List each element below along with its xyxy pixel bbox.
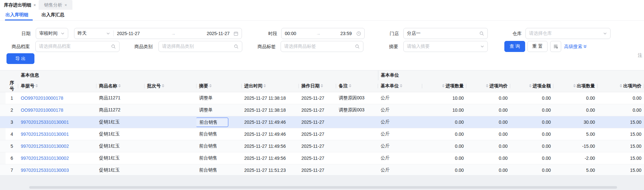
filter-row-1: 日期 审核时间 昨天 2025-11-27 → 2025-11-27 时段 00… <box>0 28 644 39</box>
cell-in_price: 0.00 <box>466 164 510 176</box>
double-chevron-down-icon <box>583 44 587 48</box>
cell-doc_no: 9970201253310130002 <box>18 152 96 164</box>
column-header-out_price[interactable]: 出项均价 <box>598 80 644 92</box>
window-tab-inventory-detail[interactable]: 库存进出明细× <box>0 0 40 10</box>
sort-icon[interactable] <box>162 84 164 87</box>
table-row[interactable]: 59970201253310130002促销1红玉前台销售2025-11-27 … <box>0 140 644 152</box>
doc-number-link[interactable]: 9970201253310130002 <box>21 144 69 149</box>
time-start-value[interactable]: 00:00 <box>285 31 296 36</box>
window-tab-sales-analysis[interactable]: 销售分析× <box>39 0 72 10</box>
time-label: 时段 <box>268 28 277 39</box>
table-row[interactable]: 1OO99702010000178商品11271调整单2025-11-27 11… <box>0 92 644 104</box>
date-start-value[interactable]: 2025-11-27 <box>117 31 140 36</box>
close-icon[interactable]: × <box>33 3 36 7</box>
filter-settings-button[interactable] <box>550 41 561 52</box>
sort-icon[interactable] <box>400 84 402 87</box>
cell-remark <box>336 128 378 140</box>
column-header-doc_no[interactable]: 单据号 <box>18 80 96 92</box>
focused-cell[interactable]: 前台销售 <box>196 118 228 127</box>
table-row[interactable]: 49970201253310130001促销1红玉前台销售2025-11-27 … <box>0 128 644 140</box>
group-header-basic-info: 基本信息 <box>18 70 378 80</box>
table-row[interactable]: 2OO99702010000178商品11272调整单2025-11-27 11… <box>0 104 644 116</box>
table-row[interactable]: 79970201253310130003促销1红玉前台销售2025-11-27 … <box>0 164 644 176</box>
category-select[interactable]: 请选择商品类别 <box>158 41 242 52</box>
cell-base_unit: 公斤 <box>378 128 422 140</box>
column-header-in_qty[interactable]: 进项数量 <box>422 80 466 92</box>
close-icon[interactable]: × <box>65 3 67 7</box>
column-header-base_unit[interactable]: 基本单位 <box>378 80 422 92</box>
date-type-select[interactable]: 审核时间 <box>36 28 68 39</box>
horizontal-scrollbar[interactable] <box>29 186 617 189</box>
time-end-value[interactable]: 23:59 <box>340 31 352 36</box>
doc-number-link[interactable]: OO99702010000178 <box>21 95 63 101</box>
doc-number-link[interactable]: 9970201253310130002 <box>21 156 69 161</box>
product-select[interactable]: 请选择商品档案 <box>35 41 120 52</box>
warehouse-select[interactable]: 请选择仓库 <box>525 28 611 39</box>
row-gutter <box>0 140 6 152</box>
doc-number-link[interactable]: OO99702010000178 <box>21 108 63 113</box>
sort-icon[interactable] <box>321 84 323 87</box>
table-row[interactable]: 69970201253310130002促销1红玉前台销售2025-11-27 … <box>0 152 644 164</box>
row-gutter <box>0 152 6 164</box>
column-header-summary[interactable]: 摘要 <box>196 80 242 92</box>
row-gutter <box>0 116 6 128</box>
column-header-batch_no[interactable]: 批次号 <box>145 80 196 92</box>
date-range-picker[interactable]: 昨天 2025-11-27 → 2025-11-27 <box>74 28 242 39</box>
sort-icon[interactable] <box>573 84 576 87</box>
sort-icon[interactable] <box>118 84 121 87</box>
tag-select[interactable]: 请选择商品标签 <box>281 41 363 52</box>
column-header-in_price[interactable]: 进项均价 <box>466 80 510 92</box>
export-button[interactable]: 导 出 <box>6 53 34 64</box>
column-header-out_qty[interactable]: 出项数量 <box>553 80 598 92</box>
time-range-picker[interactable]: 00:00 → 23:59 <box>281 28 365 39</box>
column-header-product_name[interactable]: 商品名称 <box>96 80 145 92</box>
search-icon <box>355 44 360 49</box>
sort-icon[interactable] <box>209 84 212 87</box>
cell-inout_time: 2025-11-27 11:38:18 <box>242 92 299 104</box>
column-header-inout_time[interactable]: 进出时间 <box>242 80 299 92</box>
date-end-value[interactable]: 2025-11-27 <box>207 31 230 36</box>
sort-icon[interactable] <box>620 84 622 87</box>
date-label: 日期 <box>21 28 31 39</box>
search-button[interactable]: 查 询 <box>504 41 525 52</box>
cell-remark: 调整原因003 <box>336 92 378 104</box>
reset-button[interactable]: 重 置 <box>527 41 548 52</box>
cell-base_unit: 公斤 <box>378 152 422 164</box>
store-select[interactable]: 分店一 <box>403 28 488 39</box>
cell-in_amount: 0.00 <box>510 152 553 164</box>
cell-in_price: 0.00 <box>466 104 510 116</box>
advanced-search-link[interactable]: 高级搜索 <box>564 41 587 52</box>
cell-no: 1 <box>6 92 18 104</box>
tab-inout-summary[interactable]: 出入库汇总 <box>42 10 64 20</box>
sort-icon[interactable] <box>263 84 266 87</box>
column-header-no: 序号 <box>6 80 18 92</box>
column-header-remark[interactable]: 备注 <box>336 80 378 92</box>
cell-remark: 调整原因003 <box>336 104 378 116</box>
doc-number-link[interactable]: 9970201253310130003 <box>21 168 69 173</box>
cell-op_date: 2025-11-27 <box>299 116 336 128</box>
cell-remark <box>336 116 378 128</box>
tab-inout-detail[interactable]: 出入库明细 <box>6 10 28 20</box>
sort-icon[interactable] <box>349 84 351 87</box>
date-preset-value: 昨天 <box>78 31 87 36</box>
column-header-op_date[interactable]: 操作日期 <box>299 80 336 92</box>
cell-in_qty: 0.00 <box>422 140 466 152</box>
doc-number-link[interactable]: 9970201253310130001 <box>21 120 69 125</box>
cell-op_date: 2025-11-27 <box>299 152 336 164</box>
summary-input[interactable]: 请输入摘要 <box>403 41 488 52</box>
table-row[interactable]: 39970201253310130001促销1红玉前台销售2025-11-27 … <box>0 116 644 128</box>
sort-icon[interactable] <box>486 84 488 87</box>
cell-out_qty: 5.00 <box>553 164 598 176</box>
tag-label: 商品标签 <box>258 41 276 52</box>
sort-icon[interactable] <box>35 84 38 87</box>
sort-icon[interactable] <box>529 84 532 87</box>
cell-op_date: 2025-11-27 <box>299 92 336 104</box>
sort-icon[interactable] <box>442 84 445 87</box>
cell-doc_no: 9970201253310130002 <box>18 140 96 152</box>
doc-number-link[interactable]: 9970201253310130001 <box>21 132 69 137</box>
column-header-row: 序号单据号商品名称批次号摘要进出时间操作日期备注基本单位进项数量进项均价进项金额… <box>0 80 644 92</box>
cell-inout_time: 2025-11-27 11:51:23 <box>242 164 299 176</box>
cell-product_name: 促销1红玉 <box>96 152 145 164</box>
column-header-in_amount[interactable]: 进项金额 <box>510 80 553 92</box>
search-icon <box>111 44 116 49</box>
